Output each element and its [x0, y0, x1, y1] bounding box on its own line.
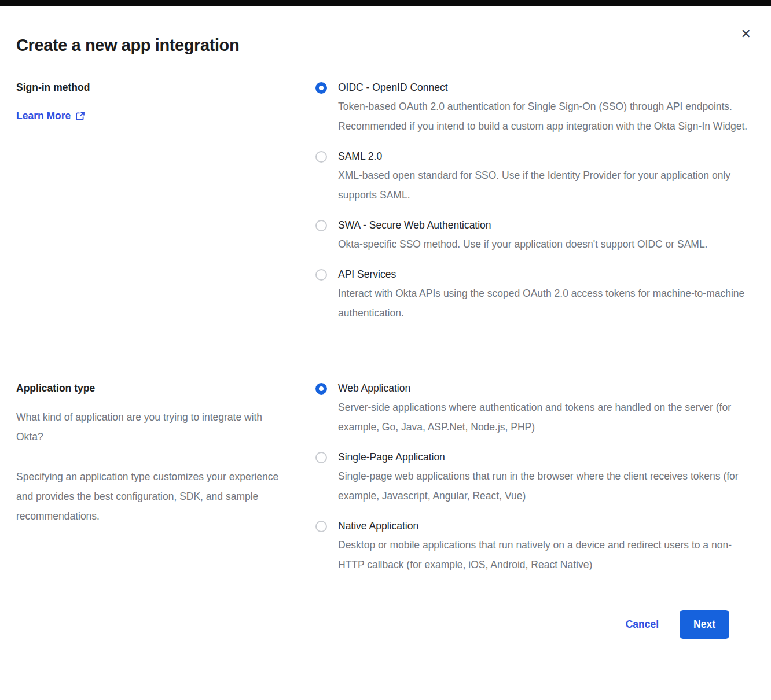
option-description: Server-side applications where authentic…: [338, 397, 750, 437]
option-description: XML-based open standard for SSO. Use if …: [338, 165, 750, 205]
option-description: Okta-specific SSO method. Use if your ap…: [338, 234, 707, 254]
signin-method-options: OIDC - OpenID Connect Token-based OAuth …: [315, 82, 750, 323]
radio-button-single-page-application[interactable]: [315, 452, 327, 463]
option-description: Interact with Okta APIs using the scoped…: [338, 283, 750, 323]
next-button[interactable]: Next: [680, 610, 729, 639]
create-app-integration-dialog: ✕ Create a new app integration Sign-in m…: [0, 6, 771, 639]
dialog-footer: Cancel Next: [16, 610, 750, 639]
radio-option-swa[interactable]: SWA - Secure Web Authentication Okta-spe…: [315, 219, 750, 254]
radio-option-saml[interactable]: SAML 2.0 XML-based open standard for SSO…: [315, 150, 750, 205]
application-type-explainer: Specifying an application type customize…: [16, 467, 289, 526]
close-icon[interactable]: ✕: [741, 28, 751, 40]
section-divider: [16, 359, 750, 359]
radio-button-oidc[interactable]: [315, 82, 327, 94]
radio-button-api-services[interactable]: [315, 269, 327, 281]
option-label: Native Application: [338, 520, 750, 532]
external-link-icon: [75, 111, 85, 121]
signin-method-heading: Sign-in method: [16, 82, 315, 93]
application-type-heading: Application type: [16, 382, 315, 394]
signin-method-section: Sign-in method Learn More OIDC - OpenID …: [16, 82, 750, 323]
option-description: Single-page web applications that run in…: [338, 466, 750, 506]
cancel-button[interactable]: Cancel: [626, 618, 659, 631]
application-type-section: Application type What kind of applicatio…: [16, 382, 750, 574]
page-title: Create a new app integration: [16, 6, 750, 55]
application-type-options: Web Application Server-side applications…: [315, 382, 750, 574]
option-label: Web Application: [338, 382, 750, 395]
option-description: Token-based OAuth 2.0 authentication for…: [338, 97, 750, 136]
radio-button-swa[interactable]: [315, 220, 327, 231]
radio-option-oidc[interactable]: OIDC - OpenID Connect Token-based OAuth …: [315, 82, 750, 136]
learn-more-link[interactable]: Learn More: [16, 110, 85, 122]
radio-button-web-application[interactable]: [315, 383, 327, 395]
option-description: Desktop or mobile applications that run …: [338, 535, 750, 574]
option-label: SAML 2.0: [338, 150, 750, 163]
application-type-question: What kind of application are you trying …: [16, 407, 289, 447]
option-label: OIDC - OpenID Connect: [338, 82, 750, 94]
radio-option-native-application[interactable]: Native Application Desktop or mobile app…: [315, 520, 750, 574]
application-type-left-column: Application type What kind of applicatio…: [16, 382, 315, 574]
radio-option-single-page-application[interactable]: Single-Page Application Single-page web …: [315, 451, 750, 506]
radio-button-native-application[interactable]: [315, 521, 327, 532]
signin-method-left-column: Sign-in method Learn More: [16, 82, 315, 323]
option-label: SWA - Secure Web Authentication: [338, 219, 707, 231]
window-top-border: [0, 0, 771, 6]
option-label: Single-Page Application: [338, 451, 750, 463]
radio-option-api-services[interactable]: API Services Interact with Okta APIs usi…: [315, 268, 750, 323]
option-label: API Services: [338, 268, 750, 281]
radio-option-web-application[interactable]: Web Application Server-side applications…: [315, 382, 750, 437]
radio-button-saml[interactable]: [315, 151, 327, 163]
learn-more-label: Learn More: [16, 110, 71, 122]
